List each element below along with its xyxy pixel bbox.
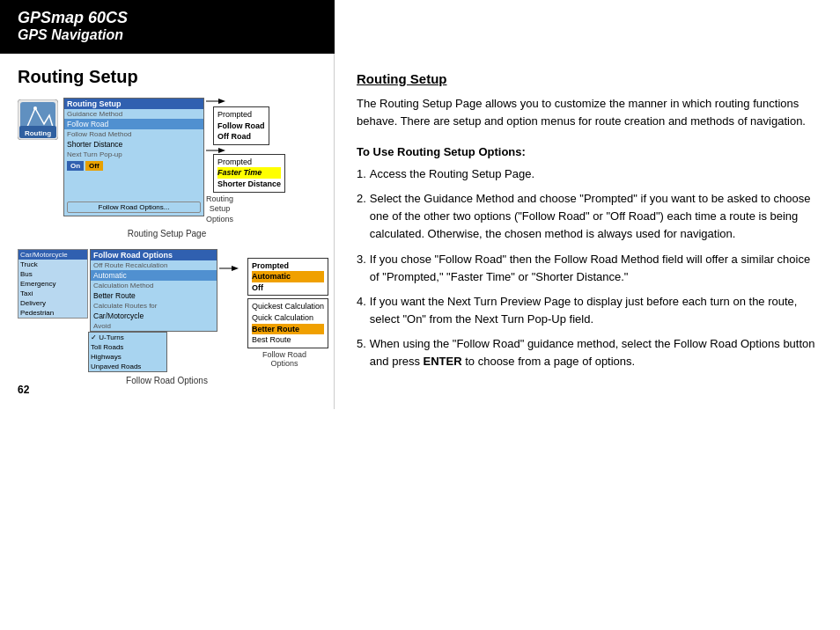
enter-keyword: ENTER <box>424 355 462 368</box>
follow-road-screen: Follow Road Options Off Route Recalculat… <box>90 249 217 332</box>
arrow-icon-1 <box>206 98 225 105</box>
vehicle-list: Car/Motorcycle Truck Bus Emergency Taxi … <box>18 249 88 319</box>
vehicle-truck: Truck <box>18 260 87 269</box>
follow-road-method-value: Shorter Distance <box>64 139 203 150</box>
step-2-num: 2. <box>357 190 366 243</box>
fopt-off: Off <box>252 282 324 294</box>
step-2: 2.Select the Guidance Method and choose … <box>357 190 818 243</box>
arrow-row1 <box>206 98 225 105</box>
vehicle-emergency: Emergency <box>18 279 87 289</box>
opt-prompted-2: Prompted <box>217 157 281 168</box>
page-number: 62 <box>18 384 29 396</box>
step-3-num: 3. <box>357 251 366 286</box>
arrow-icon-3 <box>219 265 239 272</box>
vehicle-car: Car/Motorcycle <box>18 250 87 260</box>
fopt-quickest: Quickest Calculation <box>252 301 324 312</box>
step-4-text: If you want the Next Turn Preview Page t… <box>370 293 818 328</box>
avoid-tollroads: Toll Roads <box>89 342 166 352</box>
follow-road-options-caption: Follow Road Options <box>18 376 316 385</box>
step-3-text: If you chose "Follow Road" then the Foll… <box>370 251 818 286</box>
step-1: 1.Access the Routing Setup Page. <box>357 165 818 183</box>
avoid-uturns: ✓ U-Turns <box>89 333 166 342</box>
arrow-icon-2 <box>206 147 225 154</box>
step-1-num: 1. <box>357 165 366 183</box>
calc-routes-value: Car/Motorcycle <box>91 311 217 321</box>
opt-shorter-dist: Shorter Distance <box>217 179 281 190</box>
step-5-num: 5. <box>357 335 366 370</box>
follow-popup-container: Prompted Automatic Off Quickest Calculat… <box>219 249 328 368</box>
svg-marker-9 <box>218 148 225 153</box>
calc-method-value: Better Route <box>91 290 217 301</box>
calc-routes-label: Calculate Routes for <box>91 301 217 311</box>
step-5-text: When using the "Follow Road" guidance me… <box>370 335 818 370</box>
instructions-title: To Use Routing Setup Options: <box>357 145 818 158</box>
opt-prompted: Prompted <box>217 109 265 121</box>
off-route-label: Off Route Recalculation <box>91 260 217 270</box>
off-route-value: Automatic <box>91 270 217 281</box>
fopt-automatic: Automatic <box>252 271 324 282</box>
right-section-title: Routing Setup <box>357 71 818 86</box>
left-section-title: Routing Setup <box>18 67 316 87</box>
next-turn-label: Next Turn Pop-up <box>64 150 203 159</box>
vehicle-bus: Bus <box>18 269 87 279</box>
step-5: 5.When using the "Follow Road" guidance … <box>357 335 818 370</box>
avoid-highways: Highways <box>89 352 166 362</box>
avoid-list: ✓ U-Turns Toll Roads Highways Unpaved Ro… <box>88 332 167 372</box>
svg-point-3 <box>33 106 37 110</box>
follow-options-popup-2: Quickest Calculation Quick Calculation B… <box>247 298 328 348</box>
opt-follow-road: Follow Road <box>217 121 265 132</box>
vehicle-taxi: Taxi <box>18 289 87 298</box>
off-button[interactable]: Off <box>85 161 103 171</box>
follow-road-options-label: Follow RoadOptions <box>240 350 328 368</box>
step-1-text: Access the Routing Setup Page. <box>370 165 818 183</box>
follow-popup-col: Prompted Automatic Off Quickest Calculat… <box>240 258 328 368</box>
follow-screen-title: Follow Road Options <box>91 250 217 260</box>
routing-options-popup-2: Prompted Faster Time Shorter Distance <box>213 154 285 193</box>
fopt-quick: Quick Calculation <box>252 312 324 324</box>
fopt-better: Better Route <box>252 324 324 335</box>
step-4: 4.If you want the Next Turn Preview Page… <box>357 293 818 328</box>
on-off-row: On Off <box>64 159 203 172</box>
routing-icon: Routing <box>18 99 58 140</box>
header-subtitle: GPS Navigation <box>18 27 317 43</box>
routing-setup-area: Routing Routing Setup Guidance Method Fo… <box>18 98 316 225</box>
follow-screen-col: Follow Road Options Off Route Recalculat… <box>88 249 217 372</box>
header-title: GPSmap 60CS <box>18 9 317 27</box>
steps-list: 1.Access the Routing Setup Page.2.Select… <box>357 165 818 370</box>
routing-popup-container: Prompted Follow Road Off Road Prompted F… <box>206 98 285 225</box>
screen-title: Routing Setup <box>64 99 203 109</box>
routing-options-popup: Prompted Follow Road Off Road <box>213 106 269 145</box>
avoid-label: Avoid <box>91 321 217 331</box>
popup-arrow-area: Prompted Follow Road Off Road Prompted F… <box>206 98 285 225</box>
fopt-prompted: Prompted <box>252 260 324 272</box>
on-button[interactable]: On <box>67 161 84 171</box>
arrow-row2 <box>206 147 225 154</box>
step-2-text: Select the Guidance Method and choose "P… <box>370 190 818 243</box>
follow-road-options-btn[interactable]: Follow Road Options... <box>67 201 201 213</box>
svg-marker-7 <box>218 99 225 104</box>
avoid-unpaved: Unpaved Roads <box>89 362 166 371</box>
vehicle-pedestrian: Pedestrian <box>18 308 87 318</box>
calc-method-label: Calculation Method <box>91 281 217 290</box>
routing-setup-screen: Routing Setup Guidance Method Follow Roa… <box>63 98 204 216</box>
routing-setup-page-caption: Routing Setup Page <box>18 229 316 238</box>
opt-faster-time: Faster Time <box>217 167 281 179</box>
guidance-value: Follow Road <box>64 119 203 129</box>
step-4-num: 4. <box>357 293 366 328</box>
left-panel: Routing Setup Routing Routing Setup Guid… <box>0 54 335 409</box>
step-3: 3.If you chose "Follow Road" then the Fo… <box>357 251 818 286</box>
guidance-label: Guidance Method <box>64 109 203 119</box>
follow-road-method-label: Follow Road Method <box>64 129 203 139</box>
header: GPSmap 60CS GPS Navigation <box>0 0 335 54</box>
follow-road-area: Car/Motorcycle Truck Bus Emergency Taxi … <box>18 249 316 372</box>
opt-off-road: Off Road <box>217 131 265 143</box>
svg-text:Routing: Routing <box>25 129 51 137</box>
intro-text: The Routing Setup Page allows you to cus… <box>357 95 818 129</box>
fopt-best: Best Route <box>252 334 324 346</box>
routing-options-label: RoutingSetupOptions <box>206 194 233 225</box>
svg-marker-11 <box>232 266 239 271</box>
right-panel: Routing Setup The Routing Setup Page all… <box>335 54 840 409</box>
follow-options-popup: Prompted Automatic Off <box>247 258 328 297</box>
vehicle-delivery: Delivery <box>18 298 87 308</box>
